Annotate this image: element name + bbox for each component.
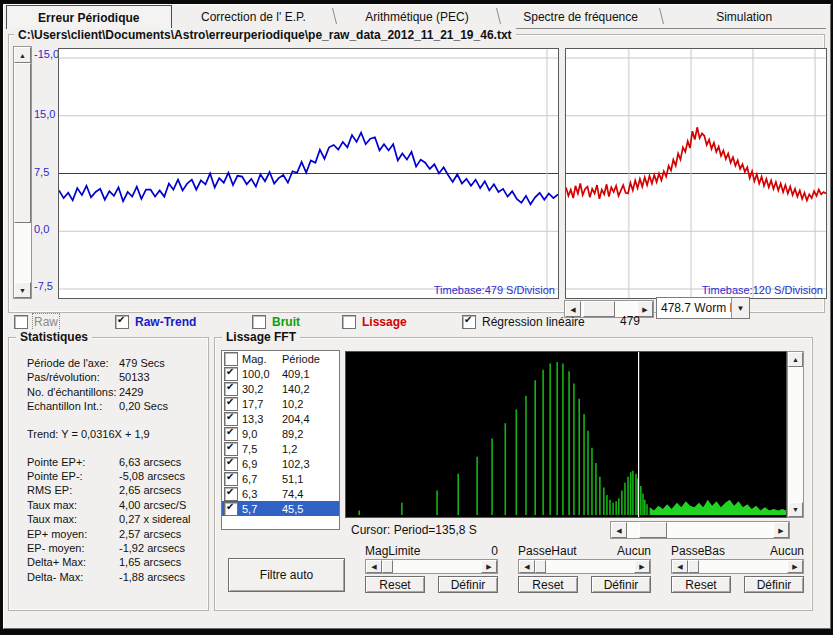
component-magnitude: 9,0 — [242, 428, 278, 440]
scrollbar-thumb[interactable] — [535, 560, 546, 573]
slider-scrollbar[interactable]: ◀ ▶ — [518, 559, 651, 574]
toggle-checkbox[interactable]: Bruit — [252, 314, 300, 330]
filter-group: MagLimite 0 ◀ ▶ Reset Définir — [365, 544, 498, 598]
checkbox-icon[interactable] — [14, 315, 28, 329]
filter-slider[interactable]: ◀ ▶ — [518, 559, 651, 574]
scrollbar-thumb[interactable] — [14, 63, 31, 223]
stat-row: EP+ moyen:2,57 arcsecs — [27, 527, 202, 541]
fft-component-row[interactable]: 5,7 45,5 — [222, 501, 339, 516]
scroll-up-icon[interactable]: ▲ — [14, 47, 31, 63]
checkbox-icon[interactable] — [342, 315, 356, 329]
component-checkbox[interactable] — [224, 382, 238, 396]
component-period: 45,5 — [282, 503, 339, 515]
component-checkbox[interactable] — [224, 397, 238, 411]
spectrum-vscrollbar[interactable]: ▲ ▼ — [787, 351, 804, 518]
scroll-left-icon[interactable]: ◀ — [611, 522, 627, 538]
scroll-left-icon[interactable]: ◀ — [672, 560, 688, 573]
toggle-checkbox[interactable]: Lissage — [342, 314, 407, 330]
fft-component-row[interactable]: 17,7 10,2 — [222, 396, 339, 411]
scroll-right-icon[interactable]: ▶ — [481, 560, 497, 573]
fft-component-row[interactable]: 9,0 89,2 — [222, 426, 339, 441]
worm-drive-dropdown-value: 478.7 Worm Drive — [657, 301, 731, 315]
scroll-left-icon[interactable]: ◀ — [366, 560, 382, 573]
define-button[interactable]: Définir — [744, 576, 804, 593]
scrollbar-track[interactable] — [688, 560, 787, 573]
scroll-up-icon[interactable]: ▲ — [788, 352, 803, 367]
toggle-checkbox[interactable]: Raw — [14, 314, 58, 330]
slider-scrollbar[interactable]: ◀ ▶ — [671, 559, 804, 574]
cursor-period-label: Cursor: Period=135,8 S — [351, 523, 477, 537]
scrollbar-track[interactable] — [535, 560, 634, 573]
tab[interactable]: Correction de l' E.P. — [172, 5, 336, 28]
tab[interactable]: Arithmétique (PEC) — [335, 5, 499, 28]
component-checkbox[interactable] — [224, 427, 238, 441]
stat-row: EP- moyen:-1,92 arcsecs — [27, 541, 202, 555]
component-checkbox[interactable] — [224, 487, 238, 501]
component-checkbox[interactable] — [224, 412, 238, 426]
fft-component-row[interactable]: 7,5 1,2 — [222, 441, 339, 456]
checkbox-icon[interactable] — [252, 315, 266, 329]
auto-filter-button[interactable]: Filtre auto — [228, 558, 345, 592]
scrollbar-track[interactable] — [627, 522, 773, 538]
filter-slider[interactable]: ◀ ▶ — [365, 559, 498, 574]
fft-component-row[interactable]: 6,3 74,4 — [222, 486, 339, 501]
component-checkbox[interactable] — [224, 367, 238, 381]
define-button[interactable]: Définir — [438, 576, 498, 593]
select-all-checkbox[interactable] — [224, 352, 238, 366]
scrollbar-thumb[interactable] — [688, 560, 699, 573]
scroll-right-icon[interactable]: ▶ — [787, 560, 803, 573]
fft-component-row[interactable]: 6,7 51,1 — [222, 471, 339, 486]
left-chart-vscrollbar[interactable]: ▲ ▼ — [13, 46, 32, 299]
worm-period-chart[interactable]: Timebase:120 S/Division — [565, 48, 827, 299]
toggle-checkbox[interactable]: Régression linéaire — [462, 314, 585, 330]
stat-value: 0,20 Secs — [119, 399, 202, 413]
tab-label: Spectre de fréquence — [523, 10, 638, 24]
component-checkbox[interactable] — [224, 472, 238, 486]
component-period: 74,4 — [282, 488, 339, 500]
scroll-right-icon[interactable]: ▶ — [634, 560, 650, 573]
checkbox-icon[interactable] — [115, 315, 129, 329]
define-button[interactable]: Définir — [591, 576, 651, 593]
y-tick-label: 15,0 — [34, 108, 55, 120]
component-period: 51,1 — [282, 473, 339, 485]
component-magnitude: 6,7 — [242, 473, 278, 485]
stat-label: Taux max: — [27, 498, 119, 512]
reset-button[interactable]: Reset — [518, 576, 578, 593]
scrollbar-track[interactable] — [14, 63, 31, 282]
fft-spectrum-display[interactable] — [345, 351, 787, 518]
filter-slider[interactable]: ◀ ▶ — [671, 559, 804, 574]
stat-label: Pointe EP+: — [27, 455, 119, 469]
component-checkbox[interactable] — [224, 442, 238, 456]
slider-scrollbar[interactable]: ◀ ▶ — [365, 559, 498, 574]
raw-trend-chart[interactable]: Timebase:479 S/Division — [58, 48, 559, 299]
scrollbar-track[interactable] — [382, 560, 481, 573]
fft-component-row[interactable]: 100,0 409,1 — [222, 366, 339, 381]
reset-button[interactable]: Reset — [365, 576, 425, 593]
fft-component-list[interactable]: Mag. Période 100,0 409,1 30,2 140,2 — [221, 350, 340, 530]
scrollbar-track[interactable] — [788, 367, 803, 502]
fft-component-row[interactable]: 30,2 140,2 — [222, 381, 339, 396]
stat-value: -1,88 arcsecs — [119, 570, 202, 584]
component-checkbox[interactable] — [224, 502, 238, 516]
spectrum-hscrollbar[interactable]: ◀ ▶ — [610, 521, 790, 539]
fft-component-row[interactable]: 6,9 102,3 — [222, 456, 339, 471]
tab-label: Erreur Périodique — [38, 11, 139, 25]
stat-value: 1,65 arcsecs — [119, 555, 202, 569]
scrollbar-thumb[interactable] — [639, 522, 667, 538]
scroll-down-icon[interactable]: ▼ — [14, 282, 31, 298]
toggle-checkbox[interactable]: Raw-Trend — [115, 314, 196, 330]
tab[interactable]: Erreur Périodique — [6, 5, 172, 29]
filter-controls: MagLimite 0 ◀ ▶ Reset Définir — [365, 544, 805, 598]
tab[interactable]: Simulation — [662, 5, 826, 28]
scrollbar-thumb[interactable] — [382, 560, 393, 573]
stat-row: Période de l'axe:479 Secs — [27, 356, 202, 370]
tab[interactable]: Spectre de fréquence — [499, 5, 663, 28]
component-checkbox[interactable] — [224, 457, 238, 471]
scroll-down-icon[interactable]: ▼ — [788, 502, 803, 517]
scroll-right-icon[interactable]: ▶ — [773, 522, 789, 538]
display-toggles: Raw Raw-Trend Bruit Lissage Régression l… — [0, 314, 833, 330]
reset-button[interactable]: Reset — [671, 576, 731, 593]
fft-component-row[interactable]: 13,3 204,4 — [222, 411, 339, 426]
checkbox-icon[interactable] — [462, 315, 476, 329]
scroll-left-icon[interactable]: ◀ — [519, 560, 535, 573]
